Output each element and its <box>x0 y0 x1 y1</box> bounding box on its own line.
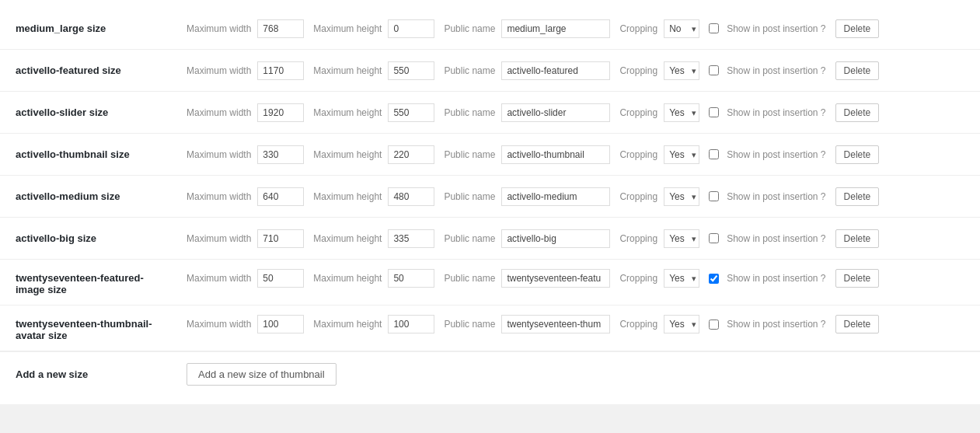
max-width-input[interactable] <box>257 145 304 164</box>
cropping-select[interactable]: NoYes <box>664 19 699 38</box>
public-name-label: Public name <box>444 107 495 118</box>
cropping-select[interactable]: NoYes <box>664 61 699 80</box>
table-row: activello-featured size Maximum width Ma… <box>0 50 980 92</box>
show-in-post-checkbox[interactable] <box>709 107 719 117</box>
max-height-label: Maximum height <box>313 319 382 330</box>
cropping-label: Cropping <box>619 233 657 244</box>
delete-button[interactable]: Delete <box>835 61 880 80</box>
max-width-label: Maximum width <box>187 233 251 244</box>
max-height-input[interactable] <box>388 103 434 122</box>
cropping-select[interactable]: NoYes <box>664 145 699 164</box>
size-name: activello-medium size <box>16 190 187 202</box>
max-width-input[interactable] <box>257 61 304 80</box>
size-name: twentyseventeen-featured-image size <box>16 269 187 295</box>
size-name: activello-slider size <box>16 107 187 118</box>
cropping-select[interactable]: NoYes <box>664 229 699 248</box>
public-name-label: Public name <box>444 149 495 160</box>
max-width-input[interactable] <box>257 19 304 38</box>
max-height-input[interactable] <box>388 187 434 206</box>
cropping-select-wrapper: NoYes <box>664 61 699 80</box>
delete-button[interactable]: Delete <box>835 229 880 248</box>
table-row: activello-slider size Maximum width Maxi… <box>0 92 980 134</box>
max-width-input[interactable] <box>257 315 304 333</box>
size-name-text: twentyseventeen-thumbnail-avatar size <box>16 318 152 341</box>
delete-button[interactable]: Delete <box>835 187 880 206</box>
show-in-post-label: Show in post insertion ? <box>727 23 825 34</box>
show-in-post-label: Show in post insertion ? <box>727 65 825 76</box>
table-row: twentyseventeen-featured-image size Maxi… <box>0 260 980 306</box>
delete-button[interactable]: Delete <box>835 269 880 288</box>
public-name-input[interactable] <box>501 269 610 288</box>
fields-group: Maximum width Maximum height Public name… <box>187 61 964 80</box>
show-in-post-checkbox-cell <box>709 274 719 284</box>
max-height-input[interactable] <box>388 145 434 164</box>
table-row: activello-thumbnail size Maximum width M… <box>0 134 980 176</box>
show-in-post-checkbox[interactable] <box>709 233 719 243</box>
show-in-post-checkbox[interactable] <box>709 274 719 284</box>
size-name: activello-featured size <box>16 65 187 76</box>
cropping-label: Cropping <box>619 191 657 202</box>
show-in-post-checkbox-cell <box>709 320 719 330</box>
cropping-select[interactable]: NoYes <box>664 269 699 288</box>
max-height-input[interactable] <box>388 269 434 288</box>
show-in-post-label: Show in post insertion ? <box>727 107 825 118</box>
cropping-select[interactable]: NoYes <box>664 315 699 333</box>
fields-group: Maximum width Maximum height Public name… <box>187 103 964 122</box>
cropping-select-wrapper: NoYes <box>664 19 699 38</box>
add-new-size-row: Add a new size Add a new size of thumbna… <box>0 351 980 396</box>
public-name-input[interactable] <box>501 145 610 164</box>
show-in-post-checkbox[interactable] <box>709 320 719 330</box>
max-height-label: Maximum height <box>313 65 382 76</box>
size-name: twentyseventeen-thumbnail-avatar size <box>16 315 187 341</box>
public-name-input[interactable] <box>501 187 610 206</box>
public-name-input[interactable] <box>501 103 610 122</box>
cropping-select-wrapper: NoYes <box>664 315 699 333</box>
max-width-input[interactable] <box>257 187 304 206</box>
size-name-text: twentyseventeen-featured-image size <box>16 272 144 295</box>
public-name-input[interactable] <box>501 61 610 80</box>
public-name-label: Public name <box>444 191 495 202</box>
show-in-post-label: Show in post insertion ? <box>727 319 825 330</box>
add-new-size-thumbnail-button[interactable]: Add a new size of thumbnail <box>187 363 337 386</box>
cropping-select-wrapper: NoYes <box>664 187 699 206</box>
max-height-input[interactable] <box>388 19 434 38</box>
max-height-label: Maximum height <box>313 273 382 284</box>
max-height-input[interactable] <box>388 229 434 248</box>
show-in-post-checkbox-cell <box>709 107 719 117</box>
cropping-select-wrapper: NoYes <box>664 103 699 122</box>
cropping-label: Cropping <box>619 273 657 284</box>
show-in-post-checkbox[interactable] <box>709 23 719 33</box>
public-name-input[interactable] <box>501 315 610 333</box>
table-row: activello-big size Maximum width Maximum… <box>0 218 980 260</box>
show-in-post-checkbox[interactable] <box>709 149 719 159</box>
delete-button[interactable]: Delete <box>835 145 880 164</box>
delete-button[interactable]: Delete <box>835 19 880 38</box>
show-in-post-checkbox[interactable] <box>709 65 719 75</box>
show-in-post-checkbox[interactable] <box>709 191 719 201</box>
public-name-label: Public name <box>444 319 495 330</box>
max-width-label: Maximum width <box>187 149 251 160</box>
public-name-label: Public name <box>444 23 495 34</box>
show-in-post-checkbox-cell <box>709 23 719 33</box>
cropping-select-wrapper: NoYes <box>664 229 699 248</box>
cropping-select[interactable]: NoYes <box>664 103 699 122</box>
table-row: activello-medium size Maximum width Maxi… <box>0 176 980 218</box>
fields-group: Maximum width Maximum height Public name… <box>187 19 964 38</box>
max-width-input[interactable] <box>257 269 304 288</box>
max-width-input[interactable] <box>257 103 304 122</box>
delete-button[interactable]: Delete <box>835 315 880 333</box>
cropping-select[interactable]: NoYes <box>664 187 699 206</box>
public-name-input[interactable] <box>501 229 610 248</box>
max-height-label: Maximum height <box>313 23 382 34</box>
max-width-input[interactable] <box>257 229 304 248</box>
show-in-post-checkbox-cell <box>709 191 719 201</box>
max-height-input[interactable] <box>388 315 434 333</box>
max-height-input[interactable] <box>388 61 434 80</box>
table-row: medium_large size Maximum width Maximum … <box>0 8 980 50</box>
public-name-input[interactable] <box>501 19 610 38</box>
delete-button[interactable]: Delete <box>835 103 880 122</box>
show-in-post-checkbox-cell <box>709 233 719 243</box>
table-row: twentyseventeen-thumbnail-avatar size Ma… <box>0 306 980 351</box>
add-new-size-label: Add a new size <box>16 368 187 380</box>
max-width-label: Maximum width <box>187 23 251 34</box>
